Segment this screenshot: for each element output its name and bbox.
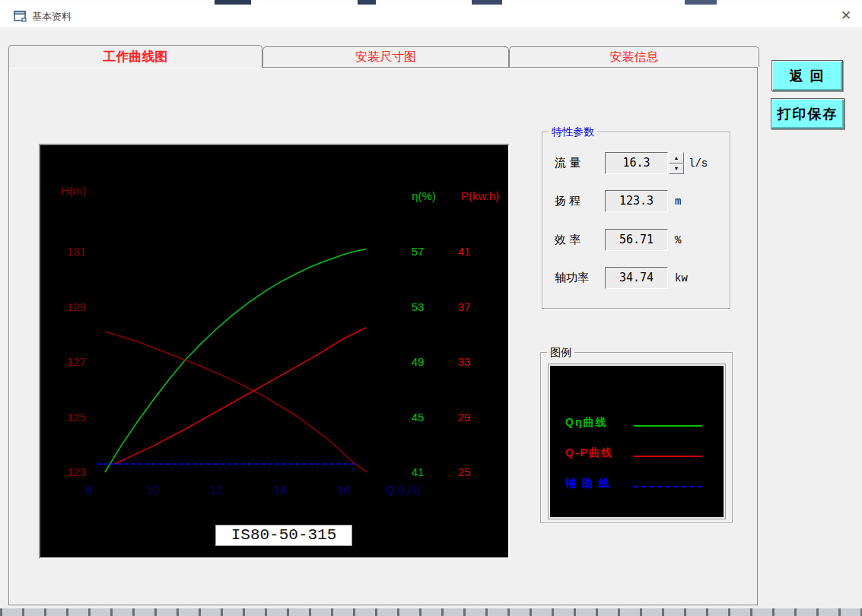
spin-up-button[interactable]: ▲ [669, 152, 684, 164]
head-row: 扬 程 123.3 m [555, 190, 681, 212]
pump-curve-chart: H(m) η(%) P(kw.h) Q (L/s) 13112912712512… [39, 144, 510, 559]
q-tick: 12 [205, 483, 229, 497]
spin-down-button[interactable]: ▼ [669, 164, 684, 175]
legend-item-line [634, 486, 702, 487]
tab-installation-dimensions-label: 安装尺寸图 [355, 49, 416, 65]
desktop-background-bottom [0, 608, 862, 616]
eta-tick: 41 [401, 465, 434, 479]
h-tick: 129 [52, 300, 86, 314]
legend-item-label: Q-P曲线 [565, 446, 613, 460]
curve-Q-H曲线 [105, 332, 367, 472]
legend-item-line [634, 456, 702, 457]
legend-group-title: 图例 [547, 346, 574, 359]
back-button[interactable]: 返 回 [771, 60, 843, 91]
power-axis-title: P(kw.h) [453, 189, 507, 203]
legend-box: Qη曲线Q-P曲线辅 助 线 [549, 364, 725, 519]
print-save-button[interactable]: 打印保存 [771, 98, 845, 129]
p-tick: 37 [447, 300, 481, 314]
q-tick: 8 [77, 483, 101, 497]
eta-tick: 57 [401, 245, 434, 259]
p-tick: 29 [447, 411, 481, 424]
head-value-field: 123.3 [605, 190, 668, 212]
tab-installation-dimensions[interactable]: 安装尺寸图 [262, 46, 509, 67]
p-tick: 25 [447, 465, 481, 479]
parameters-groupbox: 特性参数 流 量 16.3 ▲▼ l/s 扬 程 123.3 m 效 率 56.… [542, 132, 730, 309]
head-unit: m [675, 195, 681, 208]
close-button[interactable]: ✕ [835, 6, 857, 26]
h-tick: 123 [52, 465, 86, 479]
shaft-power-unit: kw [675, 272, 688, 284]
efficiency-label: 效 率 [555, 233, 605, 247]
tab-working-curve-label: 工作曲线图 [103, 48, 168, 65]
p-tick: 41 [447, 245, 481, 259]
pump-model-label: IS80-50-315 [215, 525, 352, 546]
curve-Q-P曲线 [115, 328, 367, 464]
form-icon [14, 10, 27, 25]
q-tick: 10 [141, 483, 165, 497]
flow-value-input[interactable]: 16.3 [605, 152, 668, 174]
eta-tick: 53 [401, 300, 434, 314]
flow-label: 流 量 [555, 156, 605, 170]
curve-辅助线 [97, 464, 354, 475]
p-tick: 33 [447, 355, 481, 369]
shaft-power-label: 轴功率 [555, 271, 605, 285]
q-tick: 14 [268, 483, 292, 497]
legend-groupbox: 图例 Qη曲线Q-P曲线辅 助 线 [540, 352, 733, 523]
eta-tick: 49 [401, 355, 434, 369]
legend-item-label: Qη曲线 [565, 416, 607, 430]
left-axis-title: H(m) [61, 184, 86, 198]
legend-item-line [634, 425, 702, 427]
shaft-power-row: 轴功率 34.74 kw [555, 267, 688, 289]
flow-unit: l/s [689, 157, 708, 170]
shaft-power-value-field: 34.74 [605, 267, 668, 289]
h-tick: 131 [52, 245, 86, 259]
flow-row: 流 量 16.3 ▲▼ l/s [555, 152, 708, 174]
parameters-group-title: 特性参数 [549, 125, 597, 138]
tab-installation-info-label: 安装信息 [610, 49, 659, 65]
efficiency-value-field: 56.71 [605, 229, 668, 251]
tab-working-curve[interactable]: 工作曲线图 [8, 45, 262, 68]
legend-item-label: 辅 助 线 [565, 477, 611, 491]
tab-installation-info[interactable]: 安装信息 [509, 46, 759, 67]
efficiency-unit: % [675, 234, 681, 246]
q-tick: 16 [332, 483, 356, 497]
flow-spinner: ▲▼ [669, 152, 684, 174]
x-axis-title: Q (L/s) [379, 483, 428, 497]
h-tick: 127 [52, 355, 86, 369]
head-label: 扬 程 [555, 194, 605, 208]
efficiency-row: 效 率 56.71 % [555, 229, 681, 251]
h-tick: 125 [52, 411, 86, 424]
eta-tick: 45 [401, 411, 434, 424]
window-title: 基本资料 [32, 10, 72, 24]
titlebar: 基本资料 [0, 5, 862, 28]
eta-axis-title: η(%) [400, 189, 447, 203]
